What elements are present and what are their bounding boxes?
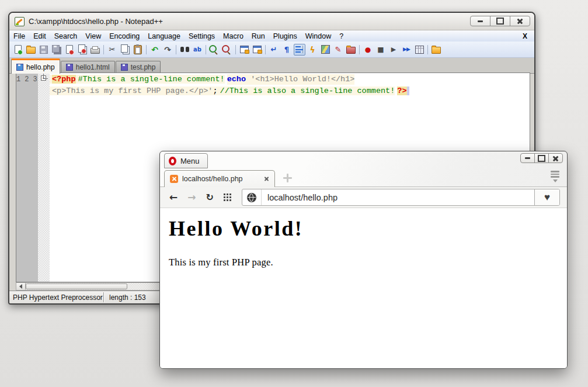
menu-file[interactable]: File <box>9 32 29 40</box>
open-file-button[interactable] <box>25 44 37 56</box>
close-button[interactable] <box>510 16 530 26</box>
synchronize-horizontal-button[interactable] <box>251 44 263 56</box>
replace-button[interactable]: ab <box>192 44 203 56</box>
print-button[interactable] <box>89 44 101 56</box>
editor-tab-hello-php[interactable]: hello.php <box>11 58 60 74</box>
maximize-button[interactable] <box>535 154 549 163</box>
page-heading: Hello World! <box>169 216 561 241</box>
menu-search[interactable]: Search <box>50 32 82 40</box>
reload-button[interactable]: ↻ <box>206 193 214 202</box>
bookmark-button[interactable]: ♥ <box>534 189 559 205</box>
copy-button[interactable] <box>119 44 131 56</box>
save-button[interactable] <box>38 44 50 56</box>
menu-window[interactable]: Window <box>301 32 335 40</box>
show-all-characters-button[interactable]: ¶ <box>281 44 293 56</box>
cut-icon: ✂ <box>109 46 116 53</box>
notepadpp-titlebar[interactable]: C:\xampp\htdocs\hello.php - Notepad++ <box>9 13 534 30</box>
new-file-button[interactable] <box>12 44 24 56</box>
macro-stop-button[interactable]: ■ <box>375 44 387 56</box>
menu-edit[interactable]: Edit <box>29 32 50 40</box>
redo-button[interactable]: ↷ <box>162 44 173 56</box>
paste-button[interactable] <box>132 44 144 56</box>
toolbar-separator <box>359 45 360 54</box>
tab-menu-icon[interactable] <box>551 171 559 182</box>
scroll-left-button[interactable] <box>16 283 26 290</box>
code-line-9[interactable] <box>412 87 414 95</box>
show-indent-guide-button[interactable] <box>294 44 305 56</box>
menu-item[interactable]: ? <box>335 32 347 40</box>
opera-titlebar[interactable]: Menu <box>160 151 567 169</box>
page-paragraph: This is my first PHP page. <box>169 257 561 268</box>
code-line-8[interactable] <box>409 87 412 95</box>
minimize-button[interactable] <box>521 154 535 163</box>
opera-tabbar: localhost/hello.php <box>160 169 567 187</box>
editor-tab-test-php[interactable]: test.php <box>116 61 161 73</box>
line-number: 1 <box>16 75 25 84</box>
maximize-button[interactable] <box>490 16 510 26</box>
forward-button[interactable]: → <box>187 192 196 202</box>
close-tab-icon[interactable] <box>264 177 269 182</box>
close-button[interactable] <box>549 154 562 163</box>
macro-save-icon <box>415 46 424 54</box>
function-shortcut-button[interactable]: ϟ <box>307 44 318 56</box>
menubar-close-button[interactable]: X <box>516 32 534 40</box>
document-list-button[interactable]: ✎ <box>332 44 344 56</box>
address-bar[interactable]: localhost/hello.php ♥ <box>242 189 560 206</box>
back-button[interactable]: ← <box>169 192 178 202</box>
code-segment-com: #This is a single-line comment! <box>78 75 225 84</box>
saved-file-icon <box>121 64 128 71</box>
close-button[interactable] <box>64 44 75 56</box>
opera-window-controls <box>520 153 563 163</box>
menu-macro[interactable]: Macro <box>219 32 248 40</box>
menu-encoding[interactable]: Encoding <box>105 32 144 40</box>
code-line-7[interactable] <box>407 87 409 95</box>
macro-record-button[interactable]: ● <box>362 44 374 56</box>
code-line-5[interactable]: //This is also a single-line comment! <box>218 87 395 95</box>
synchronize-vertical-button[interactable] <box>238 44 250 56</box>
function-shortcut-icon: ϟ <box>309 46 315 54</box>
speed-dial-button[interactable] <box>224 194 231 201</box>
document-map-button[interactable] <box>319 44 331 56</box>
notepadpp-window-controls <box>470 16 530 26</box>
find-button[interactable] <box>179 44 190 56</box>
browser-tab-localhost[interactable]: localhost/hello.php <box>164 170 275 187</box>
tab-menu-bar <box>551 174 559 175</box>
zoom-out-button[interactable] <box>221 44 233 56</box>
redo-icon: ↷ <box>164 46 171 54</box>
menu-view[interactable]: View <box>81 32 105 40</box>
scrollbar-thumb[interactable] <box>26 284 127 289</box>
macro-play-button[interactable]: ▶ <box>388 44 399 56</box>
zoom-in-button[interactable] <box>208 44 220 56</box>
open-containing-folder-button[interactable] <box>430 44 442 56</box>
editor-tab-hello1-html[interactable]: hello1.html <box>61 61 115 73</box>
code-segment-tag: ?> <box>397 87 406 95</box>
code-line-3[interactable]: echo '<h1>Hello World!</h1> <box>225 75 355 84</box>
save-all-button[interactable] <box>51 44 62 56</box>
code-line-6[interactable]: ?> <box>395 87 406 95</box>
folder-as-workspace-button[interactable] <box>345 44 357 56</box>
code-line-4[interactable]: <p>This is my first PHP page.</p>'; <box>50 87 218 95</box>
close-all-icon <box>78 44 85 53</box>
code-line-2[interactable]: #This is a single-line comment! <box>76 75 225 84</box>
menu-plugins[interactable]: Plugins <box>269 32 301 40</box>
opera-menu-button[interactable]: Menu <box>164 153 208 168</box>
cut-button[interactable]: ✂ <box>106 44 118 56</box>
tab-label: test.php <box>131 63 156 71</box>
document-list-icon: ✎ <box>335 46 342 53</box>
menu-settings[interactable]: Settings <box>185 32 219 40</box>
undo-button[interactable]: ↶ <box>149 44 161 56</box>
menu-run[interactable]: Run <box>248 32 269 40</box>
xampp-favicon <box>170 175 178 183</box>
code-line-1[interactable]: <?php <box>50 75 76 84</box>
minimize-button[interactable] <box>471 16 490 26</box>
macro-save-button[interactable] <box>413 44 425 56</box>
url-text[interactable]: localhost/hello.php <box>262 193 338 202</box>
toolbar-separator <box>103 45 104 54</box>
macro-run-multiple-button[interactable]: ▶▶ <box>401 44 412 56</box>
open-file-icon <box>26 47 36 54</box>
close-all-button[interactable] <box>76 44 88 56</box>
synchronize-vertical-icon <box>240 46 249 53</box>
new-tab-button[interactable] <box>283 174 292 182</box>
menu-language[interactable]: Language <box>144 32 185 40</box>
word-wrap-button[interactable]: ↵ <box>268 44 280 56</box>
